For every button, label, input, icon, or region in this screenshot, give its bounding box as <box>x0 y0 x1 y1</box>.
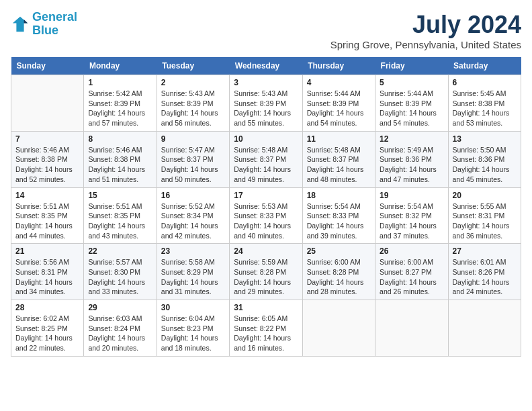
logo-icon <box>11 15 30 34</box>
calendar-cell: 1 Sunrise: 5:42 AMSunset: 8:39 PMDayligh… <box>84 75 157 132</box>
svg-marker-0 <box>13 17 28 32</box>
cell-info: Sunrise: 5:42 AMSunset: 8:39 PMDaylight:… <box>88 89 152 128</box>
day-number: 25 <box>307 246 371 256</box>
cell-info: Sunrise: 5:58 AMSunset: 8:29 PMDaylight:… <box>161 257 225 297</box>
calendar-cell <box>448 300 521 357</box>
cell-info: Sunrise: 5:44 AMSunset: 8:39 PMDaylight:… <box>307 89 371 128</box>
header-friday: Friday <box>375 57 448 75</box>
cell-info: Sunrise: 5:52 AMSunset: 8:34 PMDaylight:… <box>161 201 225 241</box>
day-number: 4 <box>307 78 371 87</box>
day-number: 5 <box>380 78 443 87</box>
calendar-cell: 28 Sunrise: 6:02 AMSunset: 8:25 PMDaylig… <box>11 300 84 357</box>
header-thursday: Thursday <box>302 57 375 75</box>
day-number: 16 <box>161 191 225 200</box>
cell-info: Sunrise: 5:51 AMSunset: 8:35 PMDaylight:… <box>15 201 79 241</box>
day-number: 24 <box>234 246 298 256</box>
calendar-cell: 4 Sunrise: 5:44 AMSunset: 8:39 PMDayligh… <box>302 75 375 132</box>
calendar-week-3: 14 Sunrise: 5:51 AMSunset: 8:35 PMDaylig… <box>11 187 521 244</box>
calendar-cell: 25 Sunrise: 6:00 AMSunset: 8:28 PMDaylig… <box>302 244 375 300</box>
calendar-cell: 16 Sunrise: 5:52 AMSunset: 8:34 PMDaylig… <box>157 187 229 244</box>
calendar-cell: 27 Sunrise: 6:01 AMSunset: 8:26 PMDaylig… <box>448 244 521 300</box>
title-block: July 2024 Spring Grove, Pennsylvania, Un… <box>330 11 521 50</box>
calendar-cell: 26 Sunrise: 6:00 AMSunset: 8:27 PMDaylig… <box>375 244 448 300</box>
cell-info: Sunrise: 5:50 AMSunset: 8:36 PMDaylight:… <box>453 145 517 185</box>
calendar-cell <box>302 300 375 357</box>
calendar-cell: 2 Sunrise: 5:43 AMSunset: 8:39 PMDayligh… <box>157 75 229 132</box>
day-number: 14 <box>15 191 79 200</box>
cell-info: Sunrise: 6:02 AMSunset: 8:25 PMDaylight:… <box>15 314 79 353</box>
cell-info: Sunrise: 5:55 AMSunset: 8:31 PMDaylight:… <box>453 201 517 241</box>
day-number: 20 <box>453 191 517 200</box>
month-title: July 2024 <box>330 11 521 39</box>
calendar-cell: 7 Sunrise: 5:46 AMSunset: 8:38 PMDayligh… <box>11 131 84 187</box>
header-saturday: Saturday <box>448 57 521 75</box>
calendar-week-5: 28 Sunrise: 6:02 AMSunset: 8:25 PMDaylig… <box>11 300 521 357</box>
location-subtitle: Spring Grove, Pennsylvania, United State… <box>330 39 521 50</box>
header-monday: Monday <box>84 57 157 75</box>
logo: General Blue <box>11 11 77 38</box>
cell-info: Sunrise: 5:46 AMSunset: 8:38 PMDaylight:… <box>88 145 152 185</box>
day-number: 18 <box>307 191 371 200</box>
cell-info: Sunrise: 5:43 AMSunset: 8:39 PMDaylight:… <box>161 89 225 128</box>
cell-info: Sunrise: 5:54 AMSunset: 8:33 PMDaylight:… <box>307 201 371 241</box>
cell-info: Sunrise: 5:54 AMSunset: 8:32 PMDaylight:… <box>380 201 443 241</box>
day-number: 11 <box>307 134 371 144</box>
calendar-cell: 11 Sunrise: 5:48 AMSunset: 8:37 PMDaylig… <box>302 131 375 187</box>
cell-info: Sunrise: 5:57 AMSunset: 8:30 PMDaylight:… <box>88 257 152 297</box>
day-number: 31 <box>234 303 298 312</box>
calendar-cell: 31 Sunrise: 6:05 AMSunset: 8:22 PMDaylig… <box>230 300 302 357</box>
calendar-cell: 12 Sunrise: 5:49 AMSunset: 8:36 PMDaylig… <box>375 131 448 187</box>
calendar-cell: 14 Sunrise: 5:51 AMSunset: 8:35 PMDaylig… <box>11 187 84 244</box>
calendar-week-4: 21 Sunrise: 5:56 AMSunset: 8:31 PMDaylig… <box>11 244 521 300</box>
calendar-cell: 3 Sunrise: 5:43 AMSunset: 8:39 PMDayligh… <box>230 75 302 132</box>
day-number: 21 <box>15 246 79 256</box>
day-number: 8 <box>88 134 152 144</box>
calendar-cell: 30 Sunrise: 6:04 AMSunset: 8:23 PMDaylig… <box>157 300 229 357</box>
cell-info: Sunrise: 5:56 AMSunset: 8:31 PMDaylight:… <box>15 257 79 297</box>
cell-info: Sunrise: 5:45 AMSunset: 8:38 PMDaylight:… <box>453 89 517 128</box>
calendar-cell: 13 Sunrise: 5:50 AMSunset: 8:36 PMDaylig… <box>448 131 521 187</box>
calendar-week-1: 1 Sunrise: 5:42 AMSunset: 8:39 PMDayligh… <box>11 75 521 132</box>
logo-text: General Blue <box>32 11 77 38</box>
day-number: 28 <box>15 303 79 312</box>
day-number: 27 <box>453 246 517 256</box>
day-number: 3 <box>234 78 298 87</box>
day-number: 26 <box>380 246 443 256</box>
calendar-cell: 5 Sunrise: 5:44 AMSunset: 8:39 PMDayligh… <box>375 75 448 132</box>
page-header: General Blue July 2024 Spring Grove, Pen… <box>11 11 521 50</box>
day-number: 7 <box>15 134 79 144</box>
calendar-cell: 23 Sunrise: 5:58 AMSunset: 8:29 PMDaylig… <box>157 244 229 300</box>
header-wednesday: Wednesday <box>230 57 302 75</box>
calendar-week-2: 7 Sunrise: 5:46 AMSunset: 8:38 PMDayligh… <box>11 131 521 187</box>
cell-info: Sunrise: 5:48 AMSunset: 8:37 PMDaylight:… <box>234 145 298 185</box>
cell-info: Sunrise: 5:51 AMSunset: 8:35 PMDaylight:… <box>88 201 152 241</box>
day-number: 15 <box>88 191 152 200</box>
cell-info: Sunrise: 6:03 AMSunset: 8:24 PMDaylight:… <box>88 314 152 353</box>
calendar-cell: 17 Sunrise: 5:53 AMSunset: 8:33 PMDaylig… <box>230 187 302 244</box>
calendar-header-row: SundayMondayTuesdayWednesdayThursdayFrid… <box>11 57 521 75</box>
calendar-cell <box>375 300 448 357</box>
day-number: 10 <box>234 134 298 144</box>
cell-info: Sunrise: 6:05 AMSunset: 8:22 PMDaylight:… <box>234 314 298 353</box>
day-number: 23 <box>161 246 225 256</box>
calendar-cell: 19 Sunrise: 5:54 AMSunset: 8:32 PMDaylig… <box>375 187 448 244</box>
calendar-cell: 22 Sunrise: 5:57 AMSunset: 8:30 PMDaylig… <box>84 244 157 300</box>
day-number: 1 <box>88 78 152 87</box>
cell-info: Sunrise: 6:00 AMSunset: 8:27 PMDaylight:… <box>380 257 443 297</box>
cell-info: Sunrise: 6:04 AMSunset: 8:23 PMDaylight:… <box>161 314 225 353</box>
day-number: 17 <box>234 191 298 200</box>
cell-info: Sunrise: 5:47 AMSunset: 8:37 PMDaylight:… <box>161 145 225 185</box>
calendar-cell: 18 Sunrise: 5:54 AMSunset: 8:33 PMDaylig… <box>302 187 375 244</box>
calendar-cell: 6 Sunrise: 5:45 AMSunset: 8:38 PMDayligh… <box>448 75 521 132</box>
calendar-cell: 10 Sunrise: 5:48 AMSunset: 8:37 PMDaylig… <box>230 131 302 187</box>
header-sunday: Sunday <box>11 57 84 75</box>
cell-info: Sunrise: 5:43 AMSunset: 8:39 PMDaylight:… <box>234 89 298 128</box>
day-number: 13 <box>453 134 517 144</box>
cell-info: Sunrise: 5:53 AMSunset: 8:33 PMDaylight:… <box>234 201 298 241</box>
calendar-cell: 24 Sunrise: 5:59 AMSunset: 8:28 PMDaylig… <box>230 244 302 300</box>
day-number: 9 <box>161 134 225 144</box>
day-number: 19 <box>380 191 443 200</box>
calendar-cell: 8 Sunrise: 5:46 AMSunset: 8:38 PMDayligh… <box>84 131 157 187</box>
day-number: 6 <box>453 78 517 87</box>
cell-info: Sunrise: 5:49 AMSunset: 8:36 PMDaylight:… <box>380 145 443 185</box>
